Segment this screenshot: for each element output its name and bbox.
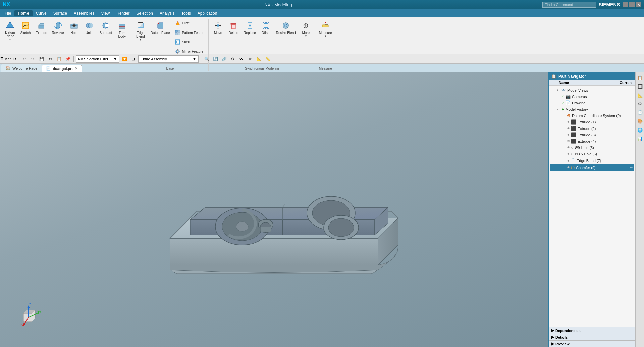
- menu-item-analysis[interactable]: Analysis: [156, 10, 178, 16]
- menu-button[interactable]: ☰ Menu ▼: [1, 55, 16, 63]
- more-sync-button[interactable]: ⊕ More ▼: [299, 19, 313, 39]
- toolbar-snap[interactable]: 🔗: [220, 55, 228, 63]
- offset-button[interactable]: Offset: [259, 19, 273, 36]
- menu-item-application[interactable]: Application: [194, 10, 221, 16]
- toolbar-extra-1[interactable]: 📐: [255, 55, 263, 63]
- measure-button[interactable]: Measure ▼: [317, 19, 334, 39]
- menu-item-view[interactable]: View: [98, 10, 113, 16]
- toolbar-display[interactable]: 👁: [238, 55, 245, 63]
- tab-duangai-close[interactable]: ✕: [75, 67, 77, 70]
- svg-rect-16: [119, 26, 125, 28]
- side-icon-3[interactable]: 📐: [636, 91, 644, 99]
- menu-item-tools[interactable]: Tools: [178, 10, 194, 16]
- menu-item-render[interactable]: Render: [113, 10, 133, 16]
- tab-welcome[interactable]: 🏠 Welcome Page: [1, 64, 42, 72]
- ribbon: DatumPlane ▼ Sketch: [0, 17, 644, 54]
- pattern-feature-button[interactable]: Pattern Feature: [173, 28, 207, 37]
- tree-item-edge-blend7[interactable]: 👁 ⌒ Edge Blend (7): [550, 157, 634, 164]
- search-input[interactable]: [542, 2, 596, 8]
- edge-blend-button[interactable]: EdgeBlend ▼: [133, 19, 148, 43]
- move-button[interactable]: Move: [211, 19, 225, 36]
- menu-item-file[interactable]: File: [1, 10, 14, 16]
- minimize-button[interactable]: −: [623, 2, 628, 7]
- toolbar-sketch-tools[interactable]: ✏: [247, 55, 254, 63]
- close-button[interactable]: ✕: [636, 2, 641, 7]
- hole-button[interactable]: Hole: [67, 19, 82, 36]
- selection-filter-dropdown[interactable]: No Selection Filter ▼: [76, 55, 119, 63]
- side-icon-2[interactable]: 🔲: [636, 83, 644, 90]
- chamfer9-icon: ⬡: [571, 165, 575, 170]
- details-header[interactable]: ▶ Details: [549, 334, 635, 340]
- toolbar-save[interactable]: 💾: [38, 55, 45, 63]
- toolbar-undo[interactable]: ↩: [20, 55, 28, 63]
- hole-label: Hole: [70, 31, 77, 35]
- toolbar-zoom-fit[interactable]: 🔍: [203, 55, 210, 63]
- side-icon-6[interactable]: 🎨: [636, 117, 644, 125]
- subtract-button[interactable]: Subtract: [98, 19, 114, 36]
- cameras-label: Cameras: [572, 95, 633, 99]
- mirror-feature-button[interactable]: Mirror Feature: [173, 47, 207, 56]
- tree-item-model-history[interactable]: − ● Model History: [550, 106, 634, 112]
- toolbar-cut[interactable]: ✂: [47, 55, 54, 63]
- tree-item-chamfer9[interactable]: 👁 ⬡ Chamfer (9) ✏: [550, 164, 634, 171]
- tree-item-extrude4[interactable]: 👁 ⬛ Extrude (4): [550, 138, 634, 144]
- side-icon-5[interactable]: 🕐: [636, 109, 644, 116]
- tree-item-datum-coord[interactable]: ⊕ Datum Coordinate System (0): [550, 112, 634, 119]
- toolbar-paste[interactable]: 📌: [64, 55, 71, 63]
- menu-item-home[interactable]: Home: [14, 10, 32, 16]
- tree-item-hole6[interactable]: 👁 ○ Ø3.5 Hole (6): [550, 151, 634, 157]
- tree-expand-model-history[interactable]: −: [557, 108, 561, 111]
- trim-body-button[interactable]: TrimBody: [115, 19, 129, 40]
- menu-item-assemblies[interactable]: Assemblies: [70, 10, 98, 16]
- viewport[interactable]: Z Y X: [0, 72, 548, 347]
- side-icon-8[interactable]: 📊: [636, 135, 644, 142]
- draft-button[interactable]: Draft: [173, 19, 207, 28]
- tree-expand-model-views[interactable]: +: [557, 89, 561, 92]
- resize-blend-button[interactable]: ∅ Resize Blend: [274, 19, 298, 36]
- unite-button[interactable]: Unite: [82, 19, 97, 36]
- menu-item-selection[interactable]: Selection: [133, 10, 156, 16]
- subtract-label: Subtract: [100, 31, 112, 35]
- replace-button[interactable]: Replace: [241, 19, 258, 36]
- menu-item-surface[interactable]: Surface: [50, 10, 70, 16]
- datum-plane-button[interactable]: DatumPlane ▼: [3, 19, 17, 42]
- maximize-button[interactable]: □: [629, 2, 635, 7]
- extrude-button[interactable]: Extrude: [34, 19, 49, 36]
- extrude3-icon: ⬛: [571, 132, 576, 137]
- toolbar-extra-2[interactable]: 📏: [264, 55, 271, 63]
- sketch-button[interactable]: Sketch: [18, 19, 33, 36]
- tree-item-extrude2[interactable]: 👁 ⬛ Extrude (2): [550, 125, 634, 132]
- preview-header[interactable]: ▶ Preview: [549, 341, 635, 347]
- tree-item-cameras[interactable]: − ✓ 📷 Cameras: [550, 93, 634, 100]
- side-icon-4[interactable]: ⚙: [636, 100, 644, 107]
- drawing-label: Drawing: [572, 101, 633, 105]
- toolbar-rotate[interactable]: 🔄: [212, 55, 219, 63]
- extrude2-label: Extrude (2): [578, 127, 633, 131]
- expand-preview-icon: ▶: [551, 342, 554, 346]
- toolbar-select-all[interactable]: ⊞: [129, 55, 137, 63]
- assembly-filter-dropdown[interactable]: Entire Assembly ▼: [138, 55, 199, 63]
- shell-button[interactable]: Shell: [173, 38, 207, 46]
- dependencies-header[interactable]: ▶ Dependencies: [549, 327, 635, 334]
- side-icon-1[interactable]: 📋: [636, 74, 644, 81]
- tree-item-hole5[interactable]: 👁 ○ Ø9 Hole (5): [550, 144, 634, 151]
- section-preview: ▶ Preview: [549, 340, 635, 347]
- revolve-button[interactable]: Revolve: [50, 19, 66, 36]
- tree-item-drawing[interactable]: − ✓ 📄 Drawing: [550, 100, 634, 106]
- toolbar-copy[interactable]: 📋: [55, 55, 63, 63]
- menu-item-curve[interactable]: Curve: [33, 10, 50, 16]
- tab-welcome-icon: 🏠: [6, 66, 10, 70]
- hole6-icon: ○: [571, 151, 574, 156]
- side-icon-7[interactable]: 🌐: [636, 126, 644, 134]
- toolbar-filter-icon[interactable]: 🔽: [121, 55, 128, 63]
- delete-button[interactable]: Delete: [226, 19, 241, 36]
- preview-label: Preview: [555, 342, 570, 346]
- tab-duangai[interactable]: 📄 duangai.prt ✕: [42, 65, 82, 72]
- toolbar-view-settings[interactable]: ⚙: [229, 55, 236, 63]
- toolbar-redo[interactable]: ↪: [29, 55, 37, 63]
- tree-item-extrude1[interactable]: 👁 ⬛ Extrude (1): [550, 119, 634, 125]
- chamfer-button[interactable]: Datum Plane: [149, 19, 172, 36]
- cameras-icon: 📷: [565, 94, 571, 99]
- tree-item-model-views[interactable]: + 👁 Model Views: [550, 87, 634, 93]
- tree-item-extrude3[interactable]: 👁 ⬛ Extrude (3): [550, 132, 634, 138]
